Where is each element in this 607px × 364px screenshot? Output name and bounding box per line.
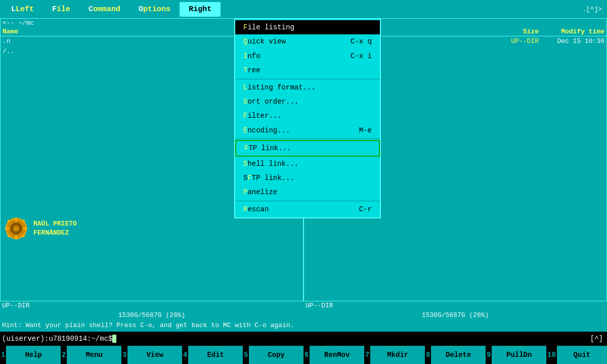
logo-text: RAÚL PRIETO FERNÁNDEZ xyxy=(33,219,77,238)
svg-rect-5 xyxy=(5,228,9,230)
disk-bar: 1530G/5687G (26%) 1530G/5687G (26%) xyxy=(0,310,607,321)
right-col-size: Size xyxy=(498,28,539,35)
right-col-mtime: Modify time xyxy=(539,28,604,35)
menu-right[interactable]: Right xyxy=(180,2,221,17)
dropdown-menu: File listing Quick view C-x q Info C-x i… xyxy=(234,18,381,218)
fn-key-10[interactable]: 10 Quit xyxy=(546,346,607,364)
top-right-indicator: .[^]> xyxy=(582,6,605,13)
fn-key-6[interactable]: 6 RenMov xyxy=(304,346,364,364)
terminal-line[interactable]: (uiserver):u78190914:~/mc$ [^] xyxy=(0,332,607,346)
menu-left[interactable]: LLeft xyxy=(2,2,43,17)
right-disk-info: 1530G/5687G (26%) xyxy=(304,310,607,321)
menu-options[interactable]: Options xyxy=(129,2,180,17)
fn-key-4[interactable]: 4 Edit xyxy=(182,346,243,364)
svg-rect-3 xyxy=(15,217,17,221)
fn-key-7[interactable]: 7 Mkdir xyxy=(364,346,425,364)
logo-icon xyxy=(4,216,28,241)
dropdown-section-1: File listing Quick view C-x q Info C-x i… xyxy=(235,19,380,79)
dropdown-item-rescan[interactable]: Rescan C-r xyxy=(235,202,380,216)
right-status: UP--DIR xyxy=(304,301,607,310)
dropdown-item-sftp-link[interactable]: SFTP link... xyxy=(235,171,380,185)
fn-key-2[interactable]: 2 Menu xyxy=(61,346,121,364)
left-col-name: Name xyxy=(3,28,235,35)
dropdown-item-tree[interactable]: Tree xyxy=(235,63,380,77)
left-status: UP--DIR xyxy=(0,301,304,310)
dropdown-item-file-listing[interactable]: File listing xyxy=(235,20,380,34)
terminal-cursor xyxy=(112,335,116,343)
left-disk-info: 1530G/5687G (26%) xyxy=(0,310,304,321)
dropdown-section-2: Listing format... Sort order... Filter..… xyxy=(235,79,380,140)
dropdown-item-panelize[interactable]: Panelize xyxy=(235,185,380,199)
dropdown-item-filter[interactable]: Filter... xyxy=(235,109,380,123)
dropdown-item-ftp-link[interactable]: FTP link... xyxy=(235,140,380,156)
fn-key-3[interactable]: 3 View xyxy=(121,346,182,364)
dropdown-item-encoding[interactable]: Encoding... M-e xyxy=(235,123,380,138)
menu-bar: LLeft File Command Options Right .[^]> xyxy=(0,0,607,18)
svg-rect-6 xyxy=(23,228,27,230)
function-bar: 1 Help 2 Menu 3 View 4 Edit 5 Copy 6 Ren… xyxy=(0,346,607,364)
svg-rect-4 xyxy=(15,236,17,240)
logo-area: RAÚL PRIETO FERNÁNDEZ xyxy=(4,216,77,241)
dropdown-section-3: FTP link... Shell link... SFTP link... P… xyxy=(235,139,380,201)
menu-file[interactable]: File xyxy=(43,2,79,17)
terminal-bracket: [^] xyxy=(590,335,605,343)
dropdown-item-info[interactable]: Info C-x i xyxy=(235,49,380,63)
fn-key-9[interactable]: 9 PullDn xyxy=(486,346,546,364)
fn-key-1[interactable]: 1 Help xyxy=(0,346,61,364)
fn-key-8[interactable]: 8 Delete xyxy=(425,346,486,364)
menu-command[interactable]: Command xyxy=(79,2,129,17)
fn-key-5[interactable]: 5 Copy xyxy=(243,346,304,364)
dropdown-item-listing-format[interactable]: Listing format... xyxy=(235,80,380,95)
svg-point-2 xyxy=(13,225,19,232)
dropdown-item-sort-order[interactable]: Sort order... xyxy=(235,95,380,109)
panels: <-- ~/mc Name Size M .n /.. UP--DIR D Na… xyxy=(0,18,607,301)
dropdown-section-4: Rescan C-r xyxy=(235,201,380,217)
status-bar: UP--DIR UP--DIR xyxy=(0,301,607,310)
hint-line: Hint: Want your plain shell? Press C-o, … xyxy=(0,321,607,332)
dropdown-item-shell-link[interactable]: Shell link... xyxy=(235,157,380,171)
dropdown-item-quick-view[interactable]: Quick view C-x q xyxy=(235,34,380,49)
terminal-prompt: (uiserver):u78190914:~/mc$ xyxy=(2,335,112,343)
